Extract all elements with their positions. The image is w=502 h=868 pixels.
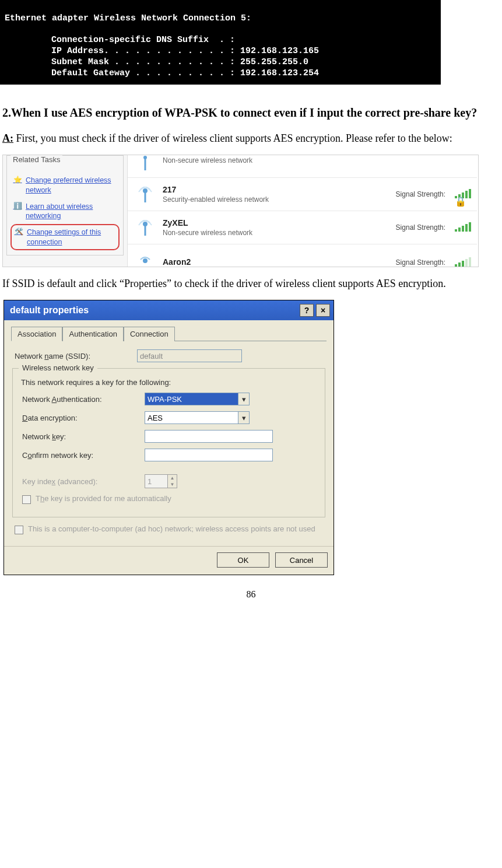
related-tasks-sidebar: Related Tasks ⭐ Change preferred wireles…	[3, 155, 128, 267]
data-encryption-select[interactable]: AES ▾	[145, 411, 250, 424]
netkey-label: Network key:	[22, 432, 139, 441]
key-index-spinner: ▲ ▼	[145, 474, 177, 488]
network-name: 217	[163, 185, 390, 194]
adhoc-checkbox	[15, 526, 23, 534]
faq-answer: A: First, you must check if the driver o…	[2, 128, 500, 149]
tab-authentication[interactable]: Authentication	[62, 327, 123, 341]
network-row[interactable]: 217 Security-enabled wireless network Si…	[128, 178, 477, 211]
group-desc: This network requires a key for the foll…	[21, 378, 319, 387]
star-icon: ⭐	[13, 176, 22, 185]
page-number: 86	[0, 589, 502, 600]
network-name: ZyXEL	[163, 218, 390, 228]
dialog-tabs: Association Authentication Connection	[11, 326, 327, 341]
key-index-value	[145, 475, 167, 488]
network-security-label: Security-enabled wireless network	[163, 195, 390, 204]
tab-connection[interactable]: Connection	[124, 327, 175, 341]
network-row[interactable]: Non-secure wireless network	[128, 155, 477, 178]
ssid-label: Network name (SSID):	[15, 352, 131, 360]
console-line: Default Gateway . . . . . . . . . : 192.…	[5, 68, 436, 79]
auto-key-checkbox	[22, 495, 31, 504]
task-change-settings[interactable]: 🛠️ Change settings of this connection	[10, 224, 120, 250]
adhoc-label: This is a computer-to-computer (ad hoc) …	[28, 524, 315, 533]
confirm-label: Confirm network key:	[22, 451, 139, 460]
ssid-field	[137, 349, 242, 362]
task-label: Learn about wireless networking	[26, 202, 117, 221]
tools-icon: 🛠️	[14, 228, 23, 237]
sidebar-title: Related Tasks	[10, 155, 62, 164]
enc-value: AES	[148, 414, 163, 422]
group-title: Wireless network key	[19, 363, 97, 372]
network-row[interactable]: ZyXEL Non-secure wireless network Signal…	[128, 211, 477, 244]
dialog-footer: OK Cancel	[4, 546, 334, 575]
spinner-down-icon: ▼	[167, 481, 177, 488]
ok-button[interactable]: OK	[217, 552, 269, 568]
network-key-field[interactable]	[145, 430, 273, 443]
signal-bars-icon	[455, 258, 471, 267]
wifi-antenna-icon	[134, 155, 157, 172]
answer-prefix: A:	[2, 132, 13, 144]
cancel-button[interactable]: Cancel	[275, 552, 328, 568]
console-line: Subnet Mask . . . . . . . . . . . : 255.…	[5, 57, 436, 68]
signal-strength-label: Signal Strength:	[396, 223, 445, 232]
task-label: Change settings of this connection	[27, 228, 116, 247]
enc-label: Data encryption:	[22, 414, 139, 422]
task-change-preferred-network[interactable]: ⭐ Change preferred wireless network	[10, 172, 120, 198]
chevron-down-icon: ▾	[238, 393, 249, 405]
wifi-antenna-icon	[134, 250, 157, 267]
adhoc-checkbox-row: This is a computer-to-computer (ad hoc) …	[15, 524, 323, 534]
tab-association[interactable]: Association	[11, 327, 62, 341]
spinner-up-icon: ▲	[167, 475, 177, 481]
signal-strength-label: Signal Strength:	[396, 190, 445, 198]
svg-point-3	[143, 258, 148, 263]
auth-label: Network Authentication:	[22, 395, 139, 404]
faq-question: 2.When I use AES encryption of WPA-PSK t…	[2, 101, 500, 124]
console-line: IP Address. . . . . . . . . . . . : 192.…	[5, 46, 436, 57]
task-learn-wireless[interactable]: ℹ️ Learn about wireless networking	[10, 198, 120, 225]
confirm-key-field[interactable]	[145, 449, 273, 461]
wireless-networks-panel: Related Tasks ⭐ Change preferred wireles…	[2, 155, 479, 267]
properties-dialog: default properties ? × Association Authe…	[3, 300, 334, 575]
network-row[interactable]: Aaron2 Signal Strength:	[128, 244, 477, 267]
close-button[interactable]: ×	[316, 304, 330, 317]
console-header: Ethernet adapter Wireless Network Connec…	[5, 13, 251, 23]
task-label: Change preferred wireless network	[26, 176, 117, 195]
wifi-antenna-icon	[134, 183, 157, 206]
network-security-label: Non-secure wireless network	[163, 229, 390, 237]
signal-strength-label: Signal Strength:	[396, 258, 445, 267]
dialog-titlebar: default properties ? ×	[4, 300, 334, 320]
wireless-key-group: Wireless network key This network requir…	[12, 368, 325, 517]
auto-key-checkbox-row: The key is provided for me automatically	[22, 494, 315, 504]
wifi-antenna-icon	[134, 216, 157, 239]
info-icon: ℹ️	[13, 202, 22, 211]
auth-value: WPA-PSK	[148, 395, 182, 404]
answer-body: First, you must check if the driver of w…	[13, 132, 452, 144]
signal-bars-icon	[455, 223, 471, 232]
dialog-title: default properties	[10, 305, 89, 316]
console-line: Connection-specific DNS Suffix . :	[5, 35, 436, 46]
keyindex-label: Key index (advanced):	[22, 477, 139, 486]
svg-point-0	[143, 156, 147, 159]
network-name: Aaron2	[163, 257, 390, 267]
auto-key-label: The key is provided for me automatically	[36, 494, 171, 503]
network-list: Non-secure wireless network 217 Security…	[128, 155, 478, 267]
chevron-down-icon: ▾	[238, 412, 249, 424]
mid-paragraph: If SSID is default and click “Properties…	[2, 273, 500, 294]
help-button[interactable]: ?	[300, 304, 314, 317]
network-authentication-select[interactable]: WPA-PSK ▾	[145, 393, 250, 405]
lock-icon: 🔒	[455, 196, 466, 207]
console-output: Ethernet adapter Wireless Network Connec…	[0, 0, 441, 85]
network-security-label: Non-secure wireless network	[163, 156, 471, 164]
